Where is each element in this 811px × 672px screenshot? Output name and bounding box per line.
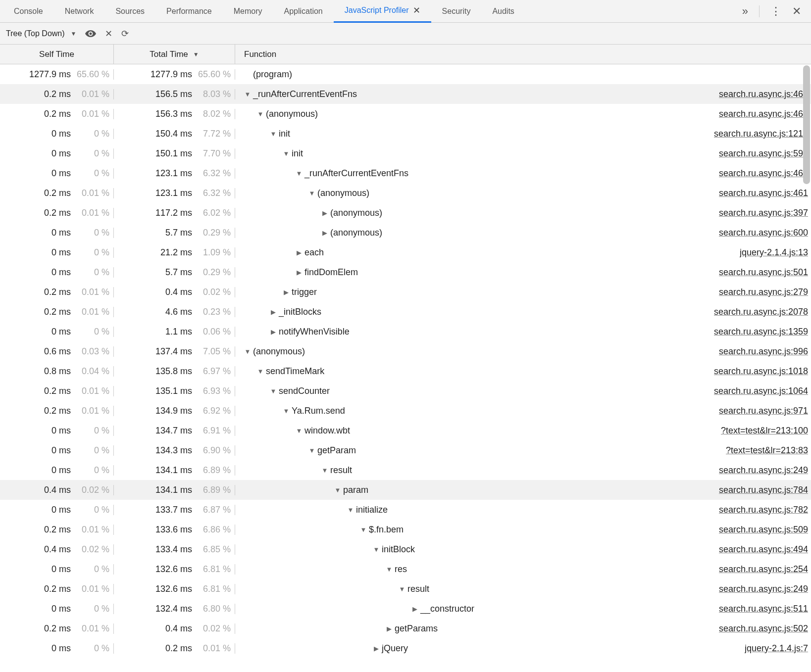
source-link[interactable]: ?text=test&lr=213:83 bbox=[726, 445, 808, 456]
collapse-icon[interactable]: ▼ bbox=[399, 585, 406, 593]
source-link[interactable]: search.ru.async.js:600 bbox=[719, 228, 808, 238]
tab-performance[interactable]: Performance bbox=[155, 0, 223, 23]
collapse-icon[interactable]: ▼ bbox=[257, 368, 264, 375]
collapse-icon[interactable]: ▼ bbox=[373, 546, 380, 553]
profile-row[interactable]: 0.2 ms0.01 %0.4 ms0.02 %▶triggersearch.r… bbox=[0, 282, 811, 302]
collapse-icon[interactable]: ▼ bbox=[283, 407, 290, 415]
profile-row[interactable]: 0.8 ms0.04 %135.8 ms6.97 %▼sendTimeMarks… bbox=[0, 361, 811, 381]
collapse-icon[interactable]: ▼ bbox=[270, 130, 277, 138]
tab-sources[interactable]: Sources bbox=[104, 0, 155, 23]
source-link[interactable]: search.ru.async.js:461 bbox=[719, 188, 808, 198]
expand-icon[interactable]: ▶ bbox=[270, 308, 277, 316]
scrollbar-thumb[interactable] bbox=[803, 65, 810, 184]
source-link[interactable]: search.ru.async.js:249 bbox=[719, 465, 808, 476]
collapse-icon[interactable]: ▼ bbox=[283, 150, 290, 157]
source-link[interactable]: search.ru.async.js:1217 bbox=[714, 129, 808, 139]
source-link[interactable]: search.ru.async.js:460 bbox=[719, 89, 808, 99]
collapse-icon[interactable]: ▼ bbox=[360, 526, 367, 533]
source-link[interactable]: search.ru.async.js:511 bbox=[719, 604, 808, 614]
tab-javascript-profiler[interactable]: JavaScript Profiler✕ bbox=[334, 0, 431, 23]
source-link[interactable]: search.ru.async.js:502 bbox=[719, 624, 808, 634]
close-tab-icon[interactable]: ✕ bbox=[413, 5, 420, 16]
source-link[interactable]: search.ru.async.js:397 bbox=[719, 208, 808, 218]
source-link[interactable]: search.ru.async.js:1359 bbox=[714, 327, 808, 337]
expand-icon[interactable]: ▶ bbox=[321, 209, 328, 217]
profile-row[interactable]: 0.4 ms0.02 %133.4 ms6.85 %▼initBlocksear… bbox=[0, 539, 811, 559]
tab-audits[interactable]: Audits bbox=[481, 0, 525, 23]
source-link[interactable]: search.ru.async.js:494 bbox=[719, 544, 808, 555]
collapse-icon[interactable]: ▼ bbox=[347, 506, 354, 514]
collapse-icon[interactable]: ▼ bbox=[386, 566, 393, 573]
expand-icon[interactable]: ▶ bbox=[386, 625, 393, 632]
profile-row[interactable]: 0 ms0 %1.1 ms0.06 %▶notifyWhenVisiblesea… bbox=[0, 322, 811, 341]
profile-row[interactable]: 0.2 ms0.01 %133.6 ms6.86 %▼$.fn.bemsearc… bbox=[0, 520, 811, 539]
profile-row[interactable]: 0 ms0 %132.6 ms6.81 %▼ressearch.ru.async… bbox=[0, 559, 811, 579]
profile-row[interactable]: 0.2 ms0.01 %134.9 ms6.92 %▼Ya.Rum.sendse… bbox=[0, 401, 811, 421]
profile-row[interactable]: 0 ms0 %132.4 ms6.80 %▶__constructorsearc… bbox=[0, 599, 811, 619]
source-link[interactable]: search.ru.async.js:461 bbox=[719, 109, 808, 119]
source-link[interactable]: search.ru.async.js:249 bbox=[719, 584, 808, 594]
profile-row[interactable]: 0.2 ms0.01 %156.3 ms8.02 %▼(anonymous)se… bbox=[0, 104, 811, 124]
profile-row[interactable]: 0.2 ms0.01 %123.1 ms6.32 %▼(anonymous)se… bbox=[0, 183, 811, 203]
profile-row[interactable]: 0 ms0 %134.7 ms6.91 %▼window.wbt?text=te… bbox=[0, 421, 811, 440]
collapse-icon[interactable]: ▼ bbox=[270, 387, 277, 395]
tab-memory[interactable]: Memory bbox=[223, 0, 273, 23]
focus-icon[interactable] bbox=[85, 30, 96, 37]
profile-row[interactable]: 0.2 ms0.01 %4.6 ms0.23 %▶_initBlockssear… bbox=[0, 302, 811, 322]
source-link[interactable]: search.ru.async.js:782 bbox=[719, 505, 808, 515]
profile-row[interactable]: 0 ms0 %134.3 ms6.90 %▼getParam?text=test… bbox=[0, 440, 811, 460]
source-link[interactable]: search.ru.async.js:784 bbox=[719, 485, 808, 495]
collapse-icon[interactable]: ▼ bbox=[296, 427, 303, 434]
profile-row[interactable]: 0 ms0 %150.4 ms7.72 %▼initsearch.ru.asyn… bbox=[0, 124, 811, 144]
profile-row[interactable]: 0 ms0 %123.1 ms6.32 %▼_runAfterCurrentEv… bbox=[0, 163, 811, 183]
expand-icon[interactable]: ▶ bbox=[296, 249, 303, 256]
profile-row[interactable]: 0 ms0 %133.7 ms6.87 %▼initializesearch.r… bbox=[0, 500, 811, 520]
vertical-scrollbar[interactable] bbox=[803, 65, 810, 671]
view-mode-select[interactable]: Tree (Top Down) ▼ bbox=[6, 29, 76, 38]
profile-row[interactable]: 0 ms0 %134.1 ms6.89 %▼resultsearch.ru.as… bbox=[0, 460, 811, 480]
tab-security[interactable]: Security bbox=[431, 0, 482, 23]
column-header-total-time[interactable]: Total Time ▼ bbox=[114, 45, 235, 64]
source-link[interactable]: search.ru.async.js:501 bbox=[719, 267, 808, 278]
expand-icon[interactable]: ▶ bbox=[296, 269, 303, 276]
profile-row[interactable]: 0.2 ms0.01 %135.1 ms6.93 %▼sendCounterse… bbox=[0, 381, 811, 401]
profile-row[interactable]: 1277.9 ms65.60 %1277.9 ms65.60 %(program… bbox=[0, 64, 811, 84]
source-link[interactable]: search.ru.async.js:996 bbox=[719, 346, 808, 357]
profile-row[interactable]: 0.2 ms0.01 %132.6 ms6.81 %▼resultsearch.… bbox=[0, 579, 811, 599]
tab-console[interactable]: Console bbox=[3, 0, 54, 23]
column-header-function[interactable]: Function bbox=[235, 45, 811, 64]
source-link[interactable]: search.ru.async.js:971 bbox=[719, 406, 808, 416]
overflow-tabs-icon[interactable]: » bbox=[742, 6, 748, 17]
profile-row[interactable]: 0 ms0 %0.2 ms0.01 %▶jQueryjquery-2.1.4.j… bbox=[0, 638, 811, 658]
expand-icon[interactable]: ▶ bbox=[411, 605, 418, 613]
profile-row[interactable]: 0.2 ms0.01 %117.2 ms6.02 %▶(anonymous)se… bbox=[0, 203, 811, 223]
kebab-menu-icon[interactable]: ⋮ bbox=[770, 6, 781, 17]
profile-row[interactable]: 0.2 ms0.01 %156.5 ms8.03 %▼_runAfterCurr… bbox=[0, 84, 811, 104]
tab-application[interactable]: Application bbox=[273, 0, 333, 23]
clear-icon[interactable]: ✕ bbox=[105, 28, 112, 39]
source-link[interactable]: search.ru.async.js:279 bbox=[719, 287, 808, 297]
source-link[interactable]: search.ru.async.js:254 bbox=[719, 564, 808, 575]
source-link[interactable]: search.ru.async.js:598 bbox=[719, 148, 808, 159]
source-link[interactable]: search.ru.async.js:2078 bbox=[714, 307, 808, 317]
column-header-self-time[interactable]: Self Time bbox=[0, 45, 114, 64]
collapse-icon[interactable]: ▼ bbox=[308, 190, 315, 197]
collapse-icon[interactable]: ▼ bbox=[321, 467, 328, 474]
collapse-icon[interactable]: ▼ bbox=[257, 110, 264, 118]
profile-row[interactable]: 0 ms0 %5.7 ms0.29 %▶findDomElemsearch.ru… bbox=[0, 262, 811, 282]
close-devtools-icon[interactable]: ✕ bbox=[792, 6, 801, 17]
source-link[interactable]: jquery-2.1.4.js:13 bbox=[740, 247, 808, 258]
refresh-icon[interactable]: ⟳ bbox=[121, 28, 129, 39]
profile-row[interactable]: 0.6 ms0.03 %137.4 ms7.05 %▼(anonymous)se… bbox=[0, 341, 811, 361]
collapse-icon[interactable]: ▼ bbox=[334, 486, 341, 494]
source-link[interactable]: search.ru.async.js:1064 bbox=[714, 386, 808, 396]
profile-row[interactable]: 0.4 ms0.02 %134.1 ms6.89 %▼paramsearch.r… bbox=[0, 480, 811, 500]
collapse-icon[interactable]: ▼ bbox=[244, 348, 251, 355]
source-link[interactable]: search.ru.async.js:1018 bbox=[714, 366, 808, 377]
expand-icon[interactable]: ▶ bbox=[373, 645, 380, 652]
source-link[interactable]: search.ru.async.js:509 bbox=[719, 525, 808, 535]
profile-row[interactable]: 0 ms0 %150.1 ms7.70 %▼initsearch.ru.asyn… bbox=[0, 144, 811, 163]
collapse-icon[interactable]: ▼ bbox=[244, 91, 251, 98]
tab-network[interactable]: Network bbox=[54, 0, 105, 23]
collapse-icon[interactable]: ▼ bbox=[308, 447, 315, 454]
